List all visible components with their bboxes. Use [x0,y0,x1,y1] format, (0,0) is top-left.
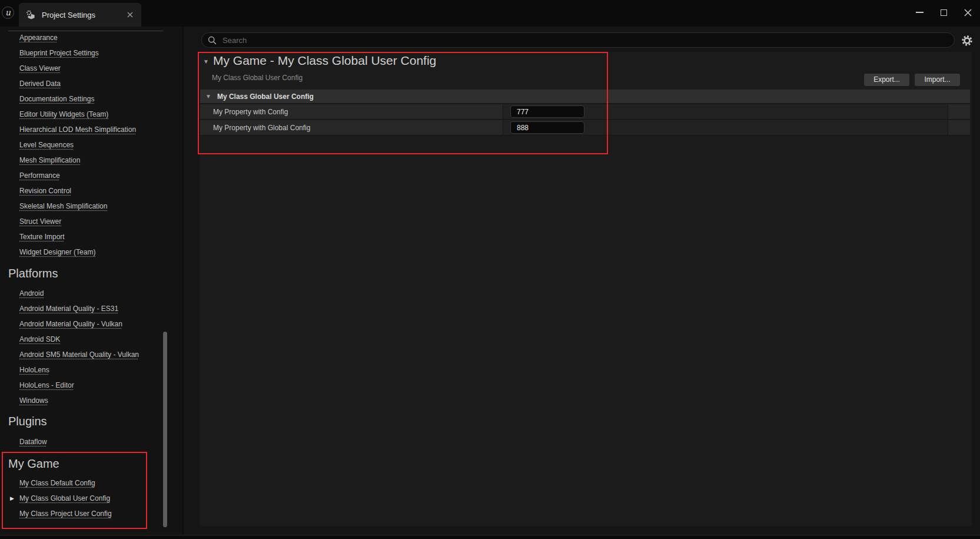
category-header[interactable]: ▼ My Class Global User Config [200,90,970,104]
sidebar-item-performance[interactable]: Performance [19,168,136,183]
category-collapse-icon[interactable]: ▼ [205,93,211,100]
property-row: My Property with Global Config [200,120,970,135]
sidebar-item-my-class-project-user-config[interactable]: My Class Project User Config [19,506,112,521]
search-icon [208,36,217,45]
category-title: My Class Global User Config [217,92,314,101]
sidebar-item-hierarchical-lod[interactable]: Hierarchical LOD Mesh Simplification [19,122,136,137]
title-bar: u Project Settings [0,0,980,27]
property-value-input[interactable] [510,121,584,134]
search-input[interactable] [221,35,948,45]
sidebar-plugins-group: Dataflow [19,434,47,449]
sidebar-item-my-class-default-config[interactable]: My Class Default Config [19,475,112,491]
tab-close-icon[interactable] [125,9,135,20]
minimize-button[interactable] [908,0,932,25]
section-collapse-icon[interactable]: ▼ [203,58,209,65]
sidebar-item-widget-designer[interactable]: Widget Designer (Team) [19,244,136,260]
sidebar-item-texture-import[interactable]: Texture Import [19,229,136,244]
sidebar-item-android-sm5-mq-vulkan[interactable]: Android SM5 Material Quality - Vulkan [19,347,139,362]
sidebar-item-dataflow[interactable]: Dataflow [19,434,47,449]
sidebar-item-hololens[interactable]: HoloLens [19,362,139,378]
page-subtitle: My Class Global User Config [212,74,303,82]
settings-content: ▼ My Game - My Class Global User Config … [200,52,972,526]
sidebar-my-game-group: My Class Default Config ▶My Class Global… [19,475,112,521]
close-button[interactable] [956,0,980,25]
sidebar-item-documentation-settings[interactable]: Documentation Settings [19,91,136,107]
sidebar-item-blueprint-project-settings[interactable]: Blueprint Project Settings [19,45,136,61]
sidebar-item-class-viewer[interactable]: Class Viewer [19,61,136,76]
property-value-cell [503,120,948,135]
sidebar-item-derived-data[interactable]: Derived Data [19,76,136,91]
sidebar-general-group: Appearance Blueprint Project Settings Cl… [19,30,136,260]
maximize-button[interactable] [932,0,956,25]
sidebar-item-skeletal-mesh-simplification[interactable]: Skeletal Mesh Simplification [19,199,136,214]
window-footer [0,535,980,539]
sidebar-scrollbar-thumb[interactable] [163,332,167,527]
unreal-engine-logo-icon: u [2,6,14,19]
sidebar-platforms-group: Android Android Material Quality - ES31 … [19,286,139,408]
sidebar-item-android-sdk[interactable]: Android SDK [19,332,139,347]
property-label: My Property with Config [213,108,288,116]
property-name-cell: My Property with Config [200,104,503,119]
page-title: My Game - My Class Global User Config [213,54,436,68]
property-label: My Property with Global Config [213,124,310,132]
window-controls [908,0,980,27]
export-button[interactable]: Export... [864,74,909,86]
sidebar-section-plugins: Plugins [8,412,47,430]
import-button[interactable]: Import... [915,74,960,86]
sidebar-item-windows[interactable]: Windows [19,393,139,408]
property-value-input[interactable] [510,105,584,118]
settings-gear-icon[interactable] [961,34,974,47]
sidebar-section-my-game: My Game [8,455,59,472]
property-row: My Property with Config [200,104,970,120]
search-bar [201,32,955,48]
sidebar-item-android-mq-vulkan[interactable]: Android Material Quality - Vulkan [19,316,139,332]
project-settings-window: u Project Settings Appearance Blueprint … [0,0,980,539]
sidebar-item-mesh-simplification[interactable]: Mesh Simplification [19,153,136,168]
sidebar-item-android-mq-es31[interactable]: Android Material Quality - ES31 [19,301,139,316]
sidebar-item-struct-viewer[interactable]: Struct Viewer [19,214,136,229]
tab-title: Project Settings [42,11,125,19]
sidebar-item-editor-utility-widgets[interactable]: Editor Utility Widgets (Team) [19,107,136,122]
settings-sidebar: Appearance Blueprint Project Settings Cl… [0,27,182,535]
sidebar-item-appearance[interactable]: Appearance [19,30,136,45]
sidebar-item-android[interactable]: Android [19,286,139,301]
property-reset-cell [948,120,970,135]
property-value-cell [503,104,948,119]
property-name-cell: My Property with Global Config [200,120,503,135]
sidebar-item-revision-control[interactable]: Revision Control [19,183,136,199]
sidebar-item-hololens-editor[interactable]: HoloLens - Editor [19,378,139,393]
project-settings-icon [26,10,36,20]
sidebar-section-platforms: Platforms [8,264,58,282]
sidebar-item-level-sequences[interactable]: Level Sequences [19,137,136,153]
expand-arrow-icon[interactable]: ▶ [10,491,14,506]
sidebar-item-my-class-global-user-config[interactable]: ▶My Class Global User Config [19,491,112,506]
settings-main-panel: ▼ My Game - My Class Global User Config … [182,27,980,535]
tab-project-settings[interactable]: Project Settings [19,3,141,27]
property-reset-cell [948,104,970,119]
